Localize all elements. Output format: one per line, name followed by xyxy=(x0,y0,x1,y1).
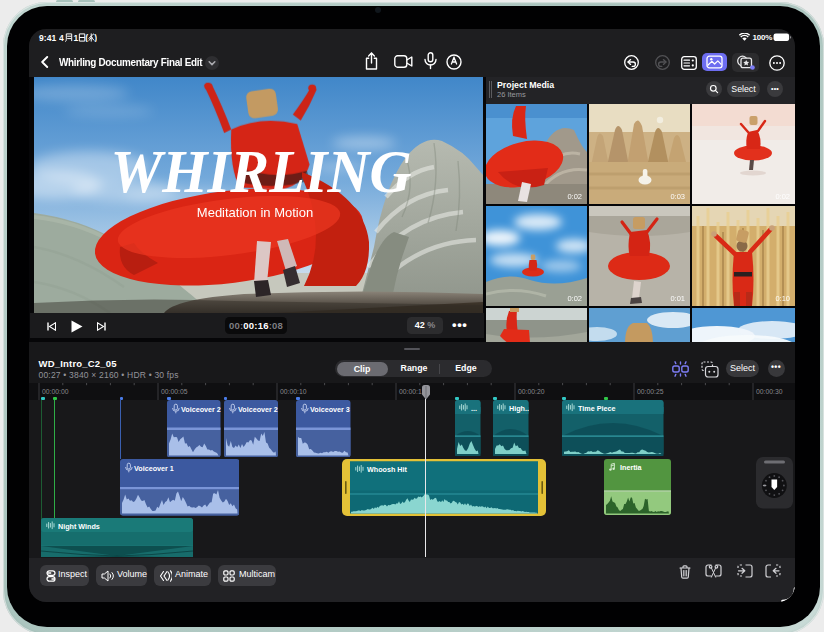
svg-text:0:02: 0:02 xyxy=(567,294,582,303)
svg-text:0:02: 0:02 xyxy=(567,192,582,201)
svg-text:Voiceover 3: Voiceover 3 xyxy=(310,405,350,414)
svg-text:WHIRLING: WHIRLING xyxy=(110,136,411,205)
svg-text:High...: High... xyxy=(509,403,529,412)
svg-text:Voiceover 2: Voiceover 2 xyxy=(181,405,221,414)
svg-text:00:00:20: 00:00:20 xyxy=(518,388,545,395)
svg-text:4: 4 xyxy=(59,33,64,42)
svg-text:Night Winds: Night Winds xyxy=(58,521,100,530)
svg-text:00:00:00: 00:00:00 xyxy=(42,388,69,395)
svg-text:0:02: 0:02 xyxy=(775,192,790,201)
svg-text:): ) xyxy=(94,33,97,42)
svg-text:Whoosh Hit: Whoosh Hit xyxy=(367,465,408,474)
svg-text:Meditation in Motion: Meditation in Motion xyxy=(197,205,313,220)
svg-text:0:10: 0:10 xyxy=(775,294,790,303)
svg-text:00:00:30: 00:00:30 xyxy=(756,388,783,395)
svg-text:00:00:25: 00:00:25 xyxy=(637,388,664,395)
svg-text:Time Piece: Time Piece xyxy=(578,403,615,412)
svg-text:...: ... xyxy=(471,403,477,412)
svg-text:00:00:10: 00:00:10 xyxy=(280,388,307,395)
svg-text:00:00:05: 00:00:05 xyxy=(161,388,188,395)
svg-text:1: 1 xyxy=(74,33,79,42)
svg-text:Voiceover 2: Voiceover 2 xyxy=(238,405,278,414)
svg-text:Voiceover 1: Voiceover 1 xyxy=(134,464,174,473)
svg-text:Inertia: Inertia xyxy=(620,463,643,472)
svg-text:0:01: 0:01 xyxy=(670,294,685,303)
svg-text:0:03: 0:03 xyxy=(670,192,685,201)
svg-text:(: ( xyxy=(85,33,88,42)
